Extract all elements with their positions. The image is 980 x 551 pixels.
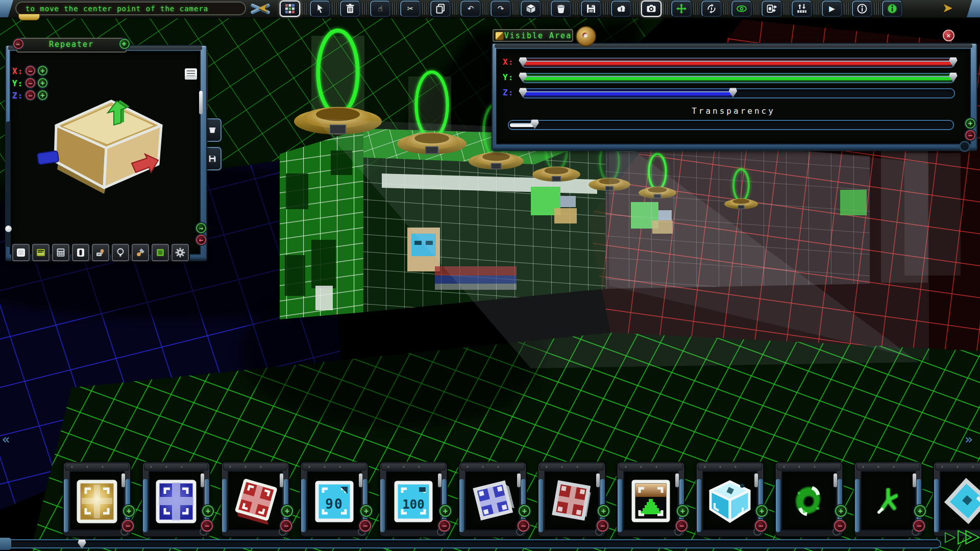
z-min-thumb[interactable] bbox=[519, 88, 527, 97]
slot-11-increase-button[interactable]: + bbox=[914, 505, 926, 517]
slot-6-decrease-button[interactable]: − bbox=[518, 520, 529, 532]
slot-11-decrease-button[interactable]: − bbox=[913, 520, 925, 532]
x-decrease-button[interactable]: − bbox=[26, 66, 35, 76]
swap-box[interactable] bbox=[762, 1, 782, 17]
page-left-icon[interactable]: « bbox=[2, 432, 10, 447]
trash-tool[interactable] bbox=[340, 1, 360, 17]
copy-tool[interactable] bbox=[430, 1, 451, 17]
hotbar-slot-pyramid-display-block[interactable]: +− bbox=[617, 462, 685, 537]
visible-area-decrease-button[interactable]: − bbox=[965, 130, 975, 140]
repeater-scrollbar-thumb[interactable] bbox=[5, 226, 12, 232]
help-button[interactable] bbox=[882, 1, 902, 17]
z-range-slider[interactable]: Z: bbox=[492, 88, 975, 99]
interact-tool[interactable]: ☝ bbox=[370, 1, 390, 17]
block-list-icon[interactable] bbox=[185, 68, 197, 80]
slot-5-decrease-button[interactable]: − bbox=[438, 520, 450, 532]
rotate-mode[interactable] bbox=[701, 1, 722, 17]
bulb-button[interactable] bbox=[112, 244, 129, 261]
slot-4-decrease-button[interactable]: − bbox=[359, 520, 371, 532]
hotbar-slot-timer-block[interactable]: 90+− bbox=[300, 462, 369, 537]
hotbar-slot-red-panel-block[interactable]: +− bbox=[537, 462, 606, 537]
back-arrow-icon[interactable]: ➤ bbox=[258, 1, 268, 15]
slot-7-decrease-button[interactable]: − bbox=[597, 520, 608, 532]
display-panel-button[interactable] bbox=[32, 244, 50, 261]
x-increase-button[interactable]: + bbox=[38, 66, 47, 76]
transparency-thumb[interactable] bbox=[530, 119, 539, 129]
z-max-thumb[interactable] bbox=[729, 88, 738, 97]
hotbar-slot-gold-panel-block[interactable]: +− bbox=[63, 462, 131, 537]
cursor-tool[interactable] bbox=[310, 1, 330, 17]
close-icon[interactable]: ✕ bbox=[943, 30, 954, 41]
repeater-expand-button[interactable]: + bbox=[119, 39, 130, 49]
probe-tool-button[interactable] bbox=[132, 244, 149, 261]
slot-3-increase-button[interactable]: + bbox=[281, 505, 293, 517]
settings-gear-button[interactable] bbox=[172, 244, 189, 261]
slot-5-increase-button[interactable]: + bbox=[439, 505, 451, 517]
cut-tool[interactable]: ✂ bbox=[400, 1, 421, 17]
x-slider-track[interactable] bbox=[521, 58, 955, 68]
repeater-collapse-button[interactable]: − bbox=[13, 39, 23, 49]
slot-8-decrease-button[interactable]: − bbox=[676, 520, 688, 532]
play-button[interactable]: ▶ bbox=[822, 1, 842, 17]
calculator-button[interactable] bbox=[52, 244, 69, 261]
hotbar-scrollbar-thumb[interactable] bbox=[78, 539, 86, 549]
hotbar-scroll-right-fast-icon[interactable]: ▷▷ bbox=[958, 526, 973, 545]
slot-9-decrease-button[interactable]: − bbox=[755, 520, 767, 532]
visible-area-increase-button[interactable]: + bbox=[965, 118, 975, 129]
camera-mode[interactable] bbox=[641, 1, 662, 17]
repeater-prev-button[interactable]: ← bbox=[196, 235, 206, 245]
hotbar-slot-blue-cube-block[interactable]: +− bbox=[458, 462, 527, 537]
hotbar-slot-cyan-cube-block[interactable]: +− bbox=[696, 462, 764, 537]
pattern-tool[interactable] bbox=[280, 1, 300, 17]
hotbar-slot-red-cube-block[interactable]: +− bbox=[221, 462, 289, 537]
x-min-thumb[interactable] bbox=[519, 57, 527, 67]
y-decrease-button[interactable]: − bbox=[26, 78, 35, 88]
transparency-slider[interactable] bbox=[492, 119, 975, 131]
y-slider-track[interactable] bbox=[521, 73, 955, 83]
visibility-toggle[interactable] bbox=[731, 1, 752, 17]
y-min-thumb[interactable] bbox=[519, 72, 527, 82]
white-block-button[interactable] bbox=[12, 244, 30, 261]
hotbar-slot-wireframe-ring-block[interactable]: +− bbox=[775, 462, 843, 537]
forward-arrow-icon[interactable]: ➤ bbox=[942, 1, 953, 15]
z-slider-track[interactable] bbox=[521, 88, 955, 98]
slot-4-increase-button[interactable]: + bbox=[360, 505, 372, 517]
slot-10-decrease-button[interactable]: − bbox=[834, 520, 846, 532]
redo-button[interactable]: ↷ bbox=[491, 1, 511, 17]
repeater-next-button[interactable]: → bbox=[196, 223, 206, 233]
hotbar-scroll-right-icon[interactable]: ▷ bbox=[945, 530, 956, 544]
save-button[interactable] bbox=[581, 1, 601, 17]
hotbar-slot-blue-cross-block[interactable]: +− bbox=[142, 462, 210, 537]
upload-button[interactable] bbox=[611, 1, 631, 17]
cube-tool[interactable] bbox=[521, 1, 541, 17]
slot-10-increase-button[interactable]: + bbox=[835, 505, 847, 517]
y-range-slider[interactable]: Y: bbox=[492, 72, 975, 84]
sort-layers[interactable] bbox=[792, 1, 812, 17]
slot-9-increase-button[interactable]: + bbox=[756, 505, 768, 517]
slot-3-decrease-button[interactable]: − bbox=[280, 520, 292, 532]
slot-8-increase-button[interactable]: + bbox=[677, 505, 689, 517]
hotbar-slot-counter-block[interactable]: 100+− bbox=[379, 462, 448, 537]
slot-1-decrease-button[interactable]: − bbox=[122, 520, 134, 532]
transparency-track[interactable] bbox=[508, 120, 954, 130]
switch-button[interactable] bbox=[72, 244, 89, 261]
slot-6-increase-button[interactable]: + bbox=[519, 505, 530, 517]
x-range-slider[interactable]: X: bbox=[492, 57, 975, 68]
slot-7-increase-button[interactable]: + bbox=[598, 505, 609, 517]
slot-1-increase-button[interactable]: + bbox=[123, 505, 135, 517]
y-max-thumb[interactable] bbox=[949, 72, 958, 82]
push-button-button[interactable] bbox=[92, 244, 109, 261]
z-increase-button[interactable]: + bbox=[38, 90, 47, 100]
move-mode[interactable] bbox=[671, 1, 692, 17]
green-chip-button[interactable] bbox=[152, 244, 169, 261]
undo-button[interactable]: ↶ bbox=[460, 1, 481, 17]
hotbar-scrollbar[interactable] bbox=[0, 539, 941, 548]
x-max-thumb[interactable] bbox=[949, 57, 958, 67]
page-right-icon[interactable]: » bbox=[965, 432, 973, 447]
slot-2-decrease-button[interactable]: − bbox=[201, 520, 213, 532]
z-decrease-button[interactable]: − bbox=[26, 90, 35, 100]
info-button[interactable] bbox=[852, 1, 872, 17]
hotbar-slot-green-sprite-block[interactable]: +− bbox=[854, 462, 922, 537]
repeater-right-scroll-thumb[interactable] bbox=[199, 91, 203, 114]
y-increase-button[interactable]: + bbox=[38, 78, 47, 88]
